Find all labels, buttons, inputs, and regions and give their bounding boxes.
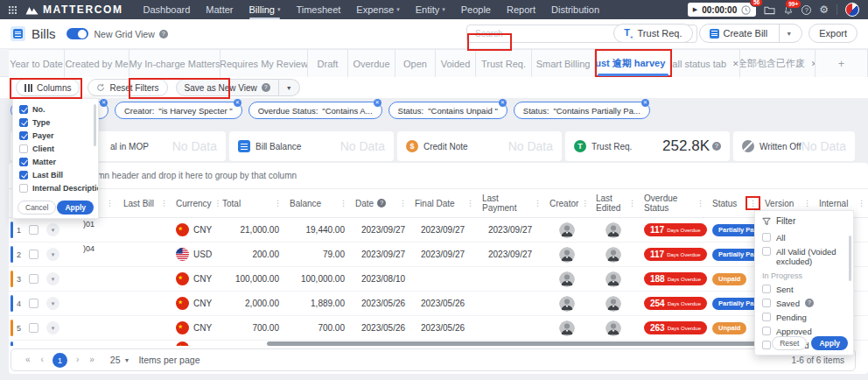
remove-chip-icon[interactable]: ✕ (374, 99, 382, 107)
bill-row-1[interactable]: 1▾)01CNY21,000.0019,440.002023/09/272023… (9, 218, 868, 243)
filter-option-all[interactable]: All (755, 230, 853, 244)
column-header-last-edited[interactable]: Last Edited⋮ (591, 189, 639, 217)
save-as-new-view-button[interactable]: Save as New View ? (176, 79, 279, 96)
filter-reset-button[interactable]: Reset (772, 336, 807, 350)
timer-button[interactable]: ▶ 00:00:00 56 (688, 3, 756, 17)
column-option-internal-description[interactable]: Internal Description (13, 181, 98, 194)
filter-option-pending[interactable]: Pending (755, 310, 853, 324)
horizontal-scrollbar[interactable] (267, 341, 801, 346)
column-menu-icon[interactable]: ⋮ (531, 197, 544, 209)
checkbox-unchecked[interactable] (762, 233, 771, 242)
checkbox-checked[interactable] (19, 105, 28, 114)
column-header-date[interactable]: Date?⋮ (350, 189, 410, 217)
tab-voided[interactable]: Voided (436, 49, 476, 77)
row-checkbox[interactable] (29, 250, 38, 259)
row-checkbox[interactable] (29, 323, 38, 333)
creator-avatar[interactable] (559, 247, 575, 263)
creator-avatar[interactable] (559, 222, 575, 238)
checkbox-checked[interactable] (19, 118, 28, 127)
add-tab-button[interactable]: + (816, 49, 868, 77)
row-expander-icon[interactable]: ▾ (46, 223, 60, 236)
tab-requires-my-review[interactable]: Requires My Review (220, 49, 308, 77)
columns-apply-button[interactable]: Apply (57, 201, 94, 215)
bill-row-3[interactable]: 3▾CNY100,000.00100,000.002023/08/10188Da… (9, 267, 868, 292)
create-bill-button[interactable]: Create Bill ▼ (699, 24, 803, 43)
checkbox-unchecked[interactable] (762, 313, 771, 321)
export-button[interactable]: Export (808, 24, 858, 43)
last-edited-avatar[interactable] (606, 271, 621, 287)
user-avatar[interactable] (845, 3, 859, 17)
bill-row-5[interactable]: 5▾CNY700.00700.002023/05/262023/05/26263… (9, 316, 868, 341)
column-menu-icon[interactable]: ⋮ (801, 197, 814, 209)
first-page-button[interactable]: « (22, 353, 34, 367)
column-help-icon[interactable]: ? (377, 199, 386, 208)
columns-button[interactable]: Columns (16, 79, 80, 96)
column-option-client[interactable]: Client (13, 142, 98, 155)
create-bill-dropdown-arrow[interactable]: ▼ (779, 25, 792, 42)
column-menu-icon[interactable]: ⋮ (271, 197, 284, 209)
filter-panel-scrollbar[interactable] (849, 236, 851, 281)
tab-year-to-date[interactable]: Year to Date (9, 49, 65, 77)
grid-view-help-icon[interactable]: ? (159, 30, 168, 39)
remove-chip-icon[interactable]: ✕ (234, 99, 242, 107)
nav-item-report[interactable]: Report (499, 0, 543, 19)
checkbox-checked[interactable] (19, 131, 28, 140)
column-menu-icon[interactable]: ⋮ (337, 197, 350, 209)
nav-item-matter[interactable]: Matter (198, 0, 241, 19)
row-expander-icon[interactable]: ▾ (46, 272, 60, 285)
columns-cancel-button[interactable]: Cancel (18, 201, 56, 215)
checkbox-unchecked[interactable] (762, 299, 771, 307)
nav-item-expense[interactable]: Expense▾ (348, 0, 407, 19)
checkbox-checked[interactable] (19, 158, 28, 166)
column-header-total[interactable]: Total⋮ (217, 189, 284, 217)
workspace-folder-icon[interactable] (764, 5, 775, 15)
checkbox-unchecked[interactable] (19, 184, 28, 193)
checkbox-unchecked[interactable] (762, 247, 771, 256)
last-edited-avatar[interactable] (606, 296, 621, 312)
new-grid-view-toggle[interactable] (66, 28, 88, 39)
prev-page-button[interactable]: ‹ (38, 353, 47, 367)
column-menu-icon[interactable]: ⋮ (103, 197, 116, 209)
column-header-last-payment[interactable]: Last Payment⋮ (477, 189, 544, 217)
row-expander-icon[interactable]: ▾ (46, 321, 60, 334)
filter-option-saved[interactable]: Saved? (755, 296, 853, 310)
column-menu-icon[interactable]: ⋮ (855, 197, 868, 209)
remove-chip-icon[interactable]: ✕ (100, 99, 108, 107)
tab-open[interactable]: Open (396, 49, 436, 77)
tab-trust-harvey[interactable]: trust 逾期 harvey✕ (595, 49, 672, 77)
nav-item-billing[interactable]: Billing▾ (242, 0, 289, 19)
filter-option-help-icon[interactable]: ? (805, 299, 814, 307)
last-edited-avatar[interactable] (606, 222, 621, 238)
checkbox-unchecked[interactable] (762, 285, 771, 293)
filter-chip-status-contains-unpaid[interactable]: Status:"Contains Unpaid "✕ (388, 102, 508, 119)
creator-avatar[interactable] (559, 320, 575, 336)
last-edited-avatar[interactable] (606, 320, 621, 336)
remove-chip-icon[interactable]: ✕ (641, 99, 649, 107)
nav-item-timesheet[interactable]: Timesheet (288, 0, 348, 19)
row-checkbox[interactable] (29, 274, 38, 284)
nav-item-entity[interactable]: Entity▾ (408, 0, 453, 19)
tab-smart-billing[interactable]: Smart Billing (532, 49, 595, 77)
column-menu-icon[interactable]: ⋮ (464, 197, 477, 209)
bill-row-4[interactable]: 4▾CNY2,000.001,889.002023/05/262023/05/2… (9, 292, 868, 316)
current-page-button[interactable]: 1 (52, 353, 67, 368)
brand-logo[interactable]: MATTERCOM (25, 4, 123, 16)
filter-chip-creator-is-harvey-specter[interactable]: Creator:"is Harvey Specter "✕ (115, 102, 242, 119)
column-option-no[interactable]: No. (13, 102, 98, 116)
creator-avatar[interactable] (559, 296, 575, 312)
page-size-select[interactable]: 25 ▼ (110, 355, 130, 365)
tab-my-in-charge-matters[interactable]: My In-charge Matters (130, 49, 220, 77)
column-option-type[interactable]: Type (13, 116, 98, 129)
filter-option-all-valid-voided-excluded[interactable]: All Valid (Voided excluded) (755, 244, 853, 268)
tab-all-status-tab[interactable]: all status tab✕ (672, 49, 740, 77)
creator-avatar[interactable] (559, 271, 575, 287)
column-header-currency[interactable]: Currency⋮ (171, 189, 217, 217)
filter-chip-overdue-status-contains-a[interactable]: Overdue Status:"Contains A...✕ (248, 102, 382, 119)
remove-chip-icon[interactable]: ✕ (499, 99, 507, 107)
bill-row-2[interactable]: 2▾)04USD200.0079.002023/09/272023/09/272… (9, 243, 868, 267)
next-page-button[interactable]: › (73, 353, 82, 367)
notifications-bell-icon[interactable]: 99+ (783, 4, 794, 15)
column-header-last-bill[interactable]: Last Bill⋮ (118, 189, 171, 217)
row-expander-icon[interactable]: ▾ (46, 297, 60, 310)
checkbox-unchecked[interactable] (762, 327, 771, 335)
